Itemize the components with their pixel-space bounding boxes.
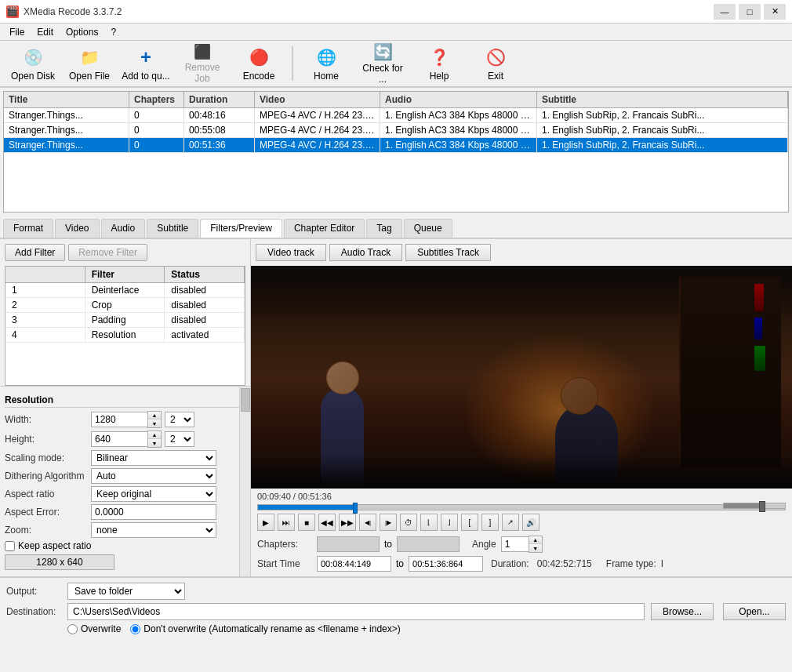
open-button[interactable]: Open...	[723, 603, 786, 620]
output-select[interactable]: Save to folder Save to source folder Cus…	[67, 583, 185, 600]
scroll-track	[239, 387, 250, 576]
volume-thumb[interactable]	[759, 501, 765, 512]
tab-tag[interactable]: Tag	[366, 219, 401, 238]
no-overwrite-radio[interactable]: Don't overwrite (Automatically rename as…	[130, 623, 400, 634]
width-spin-down[interactable]: ▼	[148, 420, 161, 427]
add-filter-button[interactable]: Add Filter	[5, 244, 65, 261]
maximize-button[interactable]: □	[739, 4, 761, 20]
check-updates-button[interactable]: 🔄 Check for ...	[356, 43, 409, 84]
prev-button[interactable]: ◀◀	[318, 514, 336, 531]
table-row[interactable]: Stranger.Things... 0 00:51:36 MPEG-4 AVC…	[4, 138, 788, 153]
close-button[interactable]: ✕	[764, 4, 786, 20]
chapter-to-input[interactable]	[397, 536, 460, 552]
help-icon: ❓	[427, 45, 452, 69]
table-row[interactable]: Stranger.Things... 0 00:55:08 MPEG-4 AVC…	[4, 123, 788, 138]
play-button[interactable]: ▶	[257, 514, 274, 531]
aspect-ratio-select[interactable]: Keep original4:316:9	[91, 486, 216, 502]
file-list-header: Title Chapters Duration Video Audio Subt…	[4, 92, 788, 108]
seek-bar[interactable]	[257, 504, 786, 510]
destination-input[interactable]	[67, 603, 645, 620]
zoom-label: Zoom:	[5, 525, 91, 536]
next-button[interactable]: ▶▶	[339, 514, 356, 531]
skip-end-button[interactable]: ⏭	[278, 514, 295, 531]
open-disk-button[interactable]: 💿 Open Disk	[6, 43, 60, 84]
menu-file[interactable]: File	[3, 25, 31, 39]
overwrite-radio-input[interactable]	[67, 624, 78, 634]
mark-out-button[interactable]: ⌋	[441, 514, 458, 531]
scene-button[interactable]: ↗	[502, 514, 519, 531]
chapter-from-input[interactable]	[317, 536, 380, 552]
open-file-button[interactable]: 📁 Open File	[63, 43, 116, 84]
frame-prev-button[interactable]: ◀|	[359, 514, 376, 531]
width-spin-up[interactable]: ▲	[148, 412, 161, 420]
minimize-button[interactable]: —	[714, 4, 736, 20]
mark-in-button[interactable]: ⌊	[420, 514, 438, 531]
no-overwrite-radio-input[interactable]	[130, 624, 140, 634]
tab-filters-preview[interactable]: Filters/Preview	[200, 219, 282, 238]
exit-button[interactable]: 🚫 Exit	[469, 43, 522, 84]
tab-subtitle[interactable]: Subtitle	[147, 219, 198, 238]
zoom-select[interactable]: none25%50%	[91, 522, 216, 538]
filter-name-3: Padding	[85, 313, 165, 327]
tab-format[interactable]: Format	[3, 219, 53, 238]
remove-filter-button[interactable]: Remove Filter	[68, 244, 147, 261]
browse-button[interactable]: Browse...	[651, 603, 714, 620]
menu-help[interactable]: ?	[104, 25, 122, 39]
help-button[interactable]: ❓ Help	[412, 43, 466, 84]
overwrite-label: Overwrite	[81, 623, 121, 634]
angle-spin-down[interactable]: ▼	[529, 544, 542, 552]
scroll-thumb[interactable]	[241, 388, 250, 412]
volume-bar[interactable]	[723, 503, 786, 509]
frame-next-button[interactable]: |▶	[380, 514, 397, 531]
width-multiplier[interactable]: 213	[165, 412, 194, 427]
height-input[interactable]	[91, 431, 147, 447]
timer-button[interactable]: ⏱	[400, 514, 417, 531]
video-track-button[interactable]: Video track	[256, 244, 326, 261]
filter-row-1[interactable]: 1 Deinterlace disabled	[5, 283, 245, 298]
height-spin-up[interactable]: ▲	[148, 431, 161, 439]
table-row[interactable]: Stranger.Things... 0 00:48:16 MPEG-4 AVC…	[4, 108, 788, 123]
filter-row-3[interactable]: 3 Padding disabled	[5, 313, 245, 328]
stop-button[interactable]: ■	[298, 514, 315, 531]
col-video: Video	[255, 92, 380, 107]
start-time-input[interactable]	[317, 556, 391, 572]
aspect-error-input[interactable]	[91, 504, 216, 520]
bracket-left-button[interactable]: [	[461, 514, 478, 531]
audio-track-button[interactable]: Audio Track	[329, 244, 402, 261]
dithering-select[interactable]: AutoNone	[91, 468, 216, 484]
angle-spin-up[interactable]: ▲	[529, 536, 542, 544]
height-spin-down[interactable]: ▼	[148, 439, 161, 447]
row3-video: MPEG-4 AVC / H.264 23.9...	[255, 138, 380, 152]
add-queue-button[interactable]: + Add to qu...	[119, 43, 173, 84]
overwrite-radio[interactable]: Overwrite	[67, 623, 121, 634]
tab-video[interactable]: Video	[55, 219, 99, 238]
end-time-input[interactable]	[409, 556, 483, 572]
tab-audio[interactable]: Audio	[101, 219, 146, 238]
height-multiplier[interactable]: 213	[165, 431, 194, 447]
filter-table-header: Filter Status	[5, 267, 245, 283]
tab-chapter-editor[interactable]: Chapter Editor	[284, 219, 365, 238]
bracket-right-button[interactable]: ]	[481, 514, 499, 531]
width-input[interactable]	[91, 412, 147, 427]
seek-thumb[interactable]	[353, 503, 358, 514]
scaling-select[interactable]: BilinearBicubicLanczos	[91, 450, 216, 466]
app-title: XMedia Recode 3.3.7.2	[24, 6, 122, 17]
subtitles-track-button[interactable]: Subtitles Track	[405, 244, 491, 261]
keep-aspect-checkbox[interactable]	[5, 541, 15, 551]
aspect-ratio-row: Aspect ratio Keep original4:316:9	[5, 486, 245, 502]
filter-row-2[interactable]: 2 Crop disabled	[5, 298, 245, 313]
menu-bar: File Edit Options ?	[0, 24, 792, 41]
filter-row-4[interactable]: 4 Resolution activated	[5, 328, 245, 343]
encode-button[interactable]: 🔴 Encode	[232, 43, 285, 84]
remove-job-button[interactable]: ⬛ Remove Job	[176, 43, 229, 84]
filter-name-4: Resolution	[85, 328, 165, 342]
menu-options[interactable]: Options	[60, 25, 104, 39]
home-button[interactable]: 🌐 Home	[300, 43, 353, 84]
menu-edit[interactable]: Edit	[31, 25, 60, 39]
angle-input[interactable]	[501, 536, 529, 552]
tab-queue[interactable]: Queue	[404, 219, 452, 238]
volume-button[interactable]: 🔊	[522, 514, 540, 531]
seek-bar-container[interactable]	[257, 504, 786, 510]
track-buttons: Video track Audio Track Subtitles Track	[251, 239, 792, 266]
row1-audio: 1. English AC3 384 Kbps 48000 Hz 6 ...	[380, 108, 537, 122]
